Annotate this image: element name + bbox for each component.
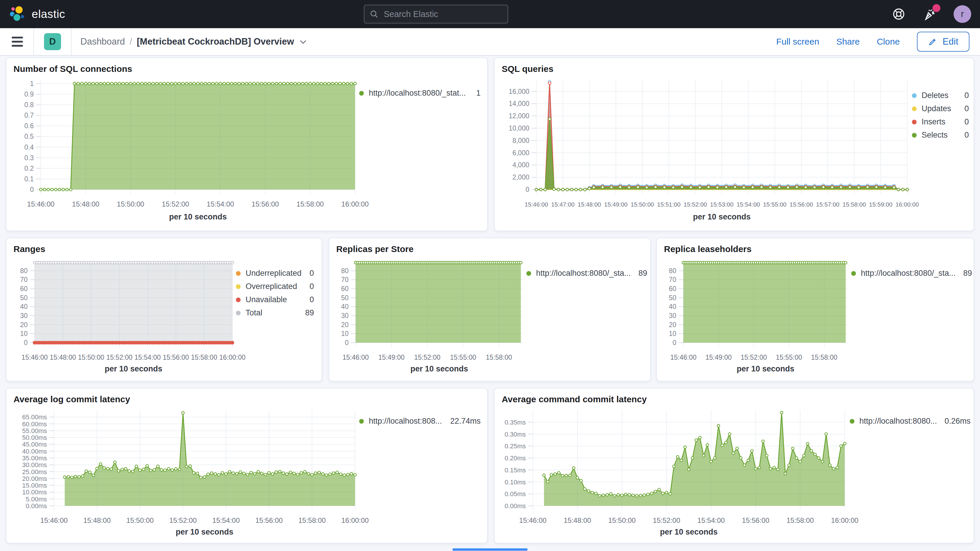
global-search[interactable] xyxy=(364,5,508,24)
toolbar-actions: Full screen Share Clone Edit xyxy=(776,32,980,52)
panel-title[interactable]: Replicas per Store xyxy=(336,244,644,254)
svg-text:70: 70 xyxy=(341,276,348,283)
full-screen-link[interactable]: Full screen xyxy=(776,37,819,47)
life-buoy-icon xyxy=(892,7,905,21)
svg-text:15:50:00: 15:50:00 xyxy=(78,354,105,361)
legend-item[interactable]: http://localhost:8080/_sta...89 xyxy=(527,269,644,278)
svg-text:15:50:00: 15:50:00 xyxy=(630,201,654,208)
svg-text:30: 30 xyxy=(20,312,27,320)
legend-dot-icon xyxy=(851,271,856,276)
svg-text:15:58:00: 15:58:00 xyxy=(486,354,512,361)
svg-text:25.00ms: 25.00ms xyxy=(22,468,47,476)
legend-item[interactable]: http://localhost:808...22.74ms xyxy=(359,417,480,426)
breadcrumb: Dashboard / [Metricbeat CockroachDB] Ove… xyxy=(80,37,307,47)
clone-link[interactable]: Clone xyxy=(877,37,900,47)
panel-title[interactable]: Replica leaseholders xyxy=(664,244,967,254)
elastic-brand[interactable]: elastic xyxy=(9,6,65,22)
legend-item[interactable]: http://localhost:8080/_stat...1 xyxy=(359,89,480,98)
svg-text:0.4: 0.4 xyxy=(24,143,34,151)
panel-title[interactable]: Average log commit latency xyxy=(13,394,480,404)
svg-text:2,000: 2,000 xyxy=(512,174,529,181)
svg-text:0.6: 0.6 xyxy=(24,122,34,130)
search-input[interactable] xyxy=(383,9,503,19)
svg-text:15:46:00: 15:46:00 xyxy=(27,200,54,208)
svg-text:14,000: 14,000 xyxy=(509,100,529,107)
legend-item[interactable]: Underreplicated0 xyxy=(236,269,314,278)
edit-button-label: Edit xyxy=(943,37,958,47)
svg-text:10: 10 xyxy=(341,330,348,338)
svg-text:15:49:00: 15:49:00 xyxy=(604,201,628,208)
user-avatar[interactable]: r xyxy=(954,5,971,23)
svg-text:0.25ms: 0.25ms xyxy=(505,443,526,450)
svg-text:60: 60 xyxy=(341,285,348,293)
svg-text:15.00ms: 15.00ms xyxy=(22,482,47,489)
svg-text:15:58:00: 15:58:00 xyxy=(191,354,218,361)
svg-text:0.00ms: 0.00ms xyxy=(26,502,47,510)
legend-label: Selects xyxy=(922,131,957,140)
svg-text:0.20ms: 0.20ms xyxy=(505,454,526,462)
chart-svg: 15:46:0015:48:0015:50:0015:52:0015:54:00… xyxy=(13,256,236,374)
svg-text:per 10 seconds: per 10 seconds xyxy=(105,365,162,373)
panel-title[interactable]: Number of SQL connections xyxy=(13,64,480,74)
panel-title[interactable]: SQL queries xyxy=(502,64,967,74)
svg-text:15:49:00: 15:49:00 xyxy=(378,354,405,361)
svg-text:15:58:00: 15:58:00 xyxy=(811,354,837,361)
legend-item[interactable]: Deletes0 xyxy=(912,91,969,100)
chevron-down-icon[interactable] xyxy=(299,37,307,46)
chart-svg: 15:46:0015:48:0015:50:0015:52:0015:54:00… xyxy=(13,76,359,222)
top-bar: elastic r xyxy=(0,0,980,28)
legend-item[interactable]: Selects0 xyxy=(912,131,969,140)
legend-value: 89 xyxy=(305,308,314,317)
svg-text:15:58:00: 15:58:00 xyxy=(298,516,326,524)
svg-text:15:56:00: 15:56:00 xyxy=(163,354,189,361)
legend-item[interactable]: Unavailable0 xyxy=(236,295,314,304)
legend-item[interactable]: Updates0 xyxy=(912,104,969,113)
dashboard-badge[interactable]: D xyxy=(44,33,61,50)
svg-text:15:52:00: 15:52:00 xyxy=(162,200,189,208)
svg-text:10: 10 xyxy=(20,330,27,338)
legend-item[interactable]: Inserts0 xyxy=(912,117,969,126)
svg-text:15:54:00: 15:54:00 xyxy=(207,200,234,208)
scrollbar-thumb[interactable] xyxy=(452,548,528,551)
legend-item[interactable]: http://localhost:8080...0.26ms xyxy=(850,417,965,426)
svg-text:20.00ms: 20.00ms xyxy=(22,475,47,483)
legend-dot-icon xyxy=(236,271,240,276)
svg-text:60: 60 xyxy=(20,285,27,293)
ranges-chart: 15:46:0015:48:0015:50:0015:52:0015:54:00… xyxy=(13,256,236,376)
legend-item[interactable]: http://localhost:8080/_sta...89 xyxy=(851,269,967,278)
svg-text:4,000: 4,000 xyxy=(512,161,529,169)
top-icons: r xyxy=(891,5,971,23)
svg-text:15:48:00: 15:48:00 xyxy=(83,516,111,524)
svg-text:15:50:00: 15:50:00 xyxy=(608,516,636,524)
legend-item[interactable]: Overreplicated0 xyxy=(236,282,314,291)
legend-label: Total xyxy=(246,308,298,317)
legend-label: Overreplicated xyxy=(246,282,302,291)
chart-svg: 15:46:0015:47:0015:48:0015:49:0015:50:00… xyxy=(501,76,912,222)
svg-text:16:00:00: 16:00:00 xyxy=(219,354,246,361)
breadcrumb-dashboard[interactable]: Dashboard xyxy=(80,37,125,47)
legend-label: Updates xyxy=(922,104,957,113)
svg-text:60.00ms: 60.00ms xyxy=(22,420,47,428)
menu-button[interactable] xyxy=(12,37,23,47)
panel-title[interactable]: Average command commit latency xyxy=(502,394,967,404)
svg-text:15:54:00: 15:54:00 xyxy=(212,516,240,524)
help-button[interactable] xyxy=(891,7,906,21)
legend-label: http://localhost:808... xyxy=(369,417,442,426)
avg-command-commit-latency-chart: 15:46:0015:48:0015:50:0015:52:0015:54:00… xyxy=(501,406,849,539)
legend-dot-icon xyxy=(912,107,916,111)
panel-replicas-per-store: Replicas per Store 15:46:0015:49:0015:52… xyxy=(329,238,651,381)
legend-value: 89 xyxy=(638,269,647,278)
svg-text:15:59:00: 15:59:00 xyxy=(869,201,892,208)
svg-text:12,000: 12,000 xyxy=(509,112,529,120)
svg-text:20: 20 xyxy=(669,321,676,329)
panel-title[interactable]: Ranges xyxy=(13,244,315,254)
legend-dot-icon xyxy=(359,91,364,96)
legend-label: http://localhost:8080/_sta... xyxy=(536,269,631,278)
share-link[interactable]: Share xyxy=(836,37,860,47)
news-feed-button[interactable] xyxy=(923,7,937,21)
legend-value: 0 xyxy=(964,91,969,100)
legend-item[interactable]: Total89 xyxy=(236,308,314,317)
edit-button[interactable]: Edit xyxy=(917,32,969,52)
sql-connections-chart: 15:46:0015:48:0015:50:0015:52:0015:54:00… xyxy=(13,76,359,224)
svg-text:15:48:00: 15:48:00 xyxy=(578,201,601,208)
